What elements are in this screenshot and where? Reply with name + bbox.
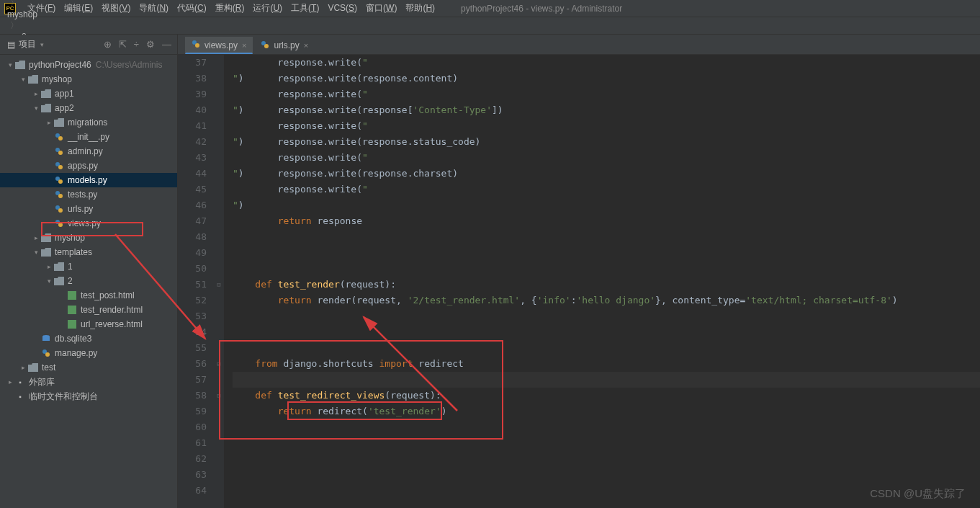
html-icon <box>66 318 78 330</box>
svg-point-3 <box>58 151 63 155</box>
svg-rect-14 <box>68 291 76 300</box>
py-icon <box>192 40 200 50</box>
tree-item[interactable]: db.sqlite3 <box>0 331 177 346</box>
tree-item[interactable]: urls.py <box>0 202 177 216</box>
close-icon[interactable]: × <box>242 41 246 50</box>
tree-item[interactable]: ▾app2 <box>0 101 177 115</box>
svg-point-9 <box>58 194 63 198</box>
svg-point-20 <box>45 352 50 357</box>
tree-item[interactable]: url_reverse.html <box>0 317 177 331</box>
svg-point-5 <box>58 165 63 169</box>
tree-item[interactable]: ▾pythonProject46C:\Users\Adminis <box>0 58 177 72</box>
svg-point-11 <box>58 208 63 213</box>
scratch-icon: ▪ <box>14 391 26 402</box>
folder-icon <box>40 102 52 114</box>
code-content[interactable]: response.write("") response.write(respon… <box>224 55 980 508</box>
window-title: pythonProject46 - views.py - Administrat… <box>461 4 622 14</box>
tree-item[interactable]: ▸1 <box>0 259 177 274</box>
folder-icon <box>53 261 65 272</box>
project-panel-label[interactable]: ▤ 项目 ▾ <box>6 38 44 50</box>
menu-item[interactable]: 重构(R) <box>211 3 249 13</box>
folder-icon <box>40 88 52 99</box>
line-number-gutter: 3738394041424344454647484950515253545556… <box>178 55 214 508</box>
folder-icon <box>14 59 26 71</box>
folder-icon <box>27 362 39 373</box>
menu-bar: PC 文件(F)编辑(E)视图(V)导航(N)代码(C)重构(R)运行(U)工具… <box>0 0 980 17</box>
folder-icon <box>53 117 65 128</box>
svg-rect-15 <box>68 306 76 314</box>
svg-rect-16 <box>68 320 76 329</box>
project-tree[interactable]: ▾pythonProject46C:\Users\Adminis▾myshop▸… <box>0 55 177 508</box>
tree-item[interactable]: ▸▪外部库 <box>0 375 177 389</box>
tree-item[interactable]: ▸test <box>0 360 177 375</box>
tree-item[interactable]: ▸app1 <box>0 86 177 101</box>
tree-item[interactable]: test_post.html <box>0 288 177 303</box>
folder-icon <box>40 232 52 244</box>
hide-icon[interactable]: — <box>162 39 171 50</box>
folder-icon <box>40 246 52 258</box>
db-icon <box>40 333 52 344</box>
tree-item[interactable]: ▸migrations <box>0 115 177 130</box>
menu-item[interactable]: 帮助(H) <box>401 3 439 13</box>
py-icon <box>53 131 65 143</box>
menu-item[interactable]: 工具(T) <box>287 3 323 13</box>
editor-tab[interactable]: urls.py× <box>254 37 315 54</box>
tree-item[interactable]: views.py <box>0 216 177 231</box>
py-icon <box>53 174 65 186</box>
svg-point-24 <box>264 44 269 48</box>
editor-tabs: views.py×urls.py× <box>178 35 980 55</box>
tree-item[interactable]: manage.py <box>0 346 177 360</box>
menu-item[interactable]: 代码(C) <box>173 3 211 13</box>
tree-item[interactable]: models.py <box>0 173 177 187</box>
tree-item[interactable]: ▾myshop <box>0 72 177 86</box>
editor-tab[interactable]: views.py× <box>185 37 253 54</box>
folder-icon <box>53 275 65 287</box>
py-icon <box>261 40 269 51</box>
menu-item[interactable]: 导航(N) <box>135 3 173 13</box>
watermark: CSDN @U盘失踪了 <box>870 487 966 501</box>
breadcrumb: pythonProject46〉myshop〉app2〉● views.py <box>0 17 980 35</box>
html-icon <box>66 290 78 301</box>
tree-item[interactable]: tests.py <box>0 187 177 202</box>
lib-icon: ▪ <box>14 376 26 388</box>
svg-point-22 <box>195 43 199 48</box>
menu-item[interactable]: 运行(U) <box>248 3 287 13</box>
tree-item[interactable]: test_render.html <box>0 303 177 317</box>
settings-icon[interactable]: ⚙ <box>146 39 155 50</box>
svg-point-7 <box>58 179 63 184</box>
svg-point-1 <box>58 136 63 141</box>
folder-icon <box>27 73 39 85</box>
py-icon <box>40 347 52 359</box>
tree-item[interactable]: admin.py <box>0 144 177 159</box>
close-icon[interactable]: × <box>304 41 308 50</box>
html-icon <box>66 304 78 316</box>
menu-item[interactable]: VCS(S) <box>323 3 361 13</box>
py-icon <box>53 160 65 171</box>
py-icon <box>53 203 65 215</box>
breadcrumb-item[interactable]: myshop <box>7 9 70 19</box>
tree-item[interactable]: apps.py <box>0 159 177 173</box>
sidebar-header: ▤ 项目 ▾ ⊕ ⇱ ÷ ⚙ — <box>0 35 177 55</box>
collapse-all-icon[interactable]: ⇱ <box>119 39 127 50</box>
project-icon: ▤ <box>6 40 16 50</box>
svg-point-13 <box>58 223 63 227</box>
tree-item[interactable]: ▾2 <box>0 274 177 288</box>
fold-gutter: ⊟⊟⊟ <box>214 55 224 508</box>
tree-item[interactable]: ▸myshop <box>0 231 177 245</box>
code-editor[interactable]: 3738394041424344454647484950515253545556… <box>178 55 980 508</box>
py-icon <box>53 189 65 200</box>
divide-icon[interactable]: ÷ <box>134 39 139 50</box>
tree-item[interactable]: ▪临时文件和控制台 <box>0 389 177 404</box>
menu-item[interactable]: 窗口(W) <box>361 3 401 13</box>
tree-item[interactable]: ▾templates <box>0 245 177 259</box>
select-opened-file-icon[interactable]: ⊕ <box>104 39 112 50</box>
tree-item[interactable]: __init__.py <box>0 130 177 144</box>
py-icon <box>53 218 65 229</box>
editor-area: views.py×urls.py× 3738394041424344454647… <box>178 35 980 508</box>
menu-item[interactable]: 视图(V) <box>97 3 135 13</box>
py-icon <box>53 146 65 157</box>
svg-rect-18 <box>42 337 50 341</box>
project-sidebar: ▤ 项目 ▾ ⊕ ⇱ ÷ ⚙ — ▾pythonProject46C:\User… <box>0 35 178 508</box>
